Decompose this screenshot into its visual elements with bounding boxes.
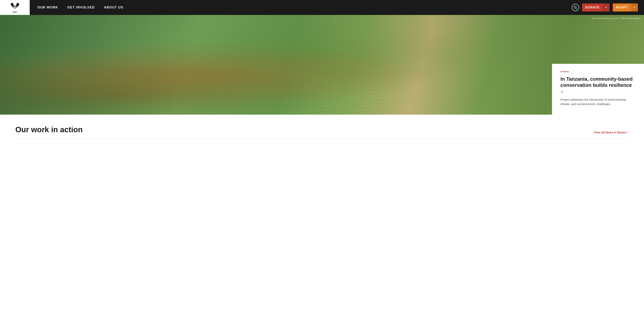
view-all-arrow: › bbox=[628, 130, 629, 134]
hero-card: In Tanzania, community-based conservatio… bbox=[552, 64, 644, 115]
plant-texture bbox=[0, 15, 386, 114]
nav-item-get-involved[interactable]: GET INVOLVED bbox=[67, 6, 95, 10]
svg-point-8 bbox=[16, 6, 16, 6]
lower-section: Our work in action View All News & Stori… bbox=[0, 114, 644, 146]
lower-header: Our work in action View All News & Stori… bbox=[15, 125, 629, 139]
svg-point-7 bbox=[13, 6, 14, 6]
card-accent-bar bbox=[560, 72, 569, 72]
svg-line-12 bbox=[576, 8, 577, 9]
adopt-label: ADOPT bbox=[613, 6, 631, 9]
view-all-label: View All News & Stories bbox=[594, 131, 626, 134]
logo-container[interactable]: WWF bbox=[0, 0, 30, 15]
wwf-logo: WWF bbox=[6, 1, 24, 14]
adopt-button[interactable]: ADOPT + bbox=[613, 4, 638, 12]
search-icon bbox=[574, 6, 577, 9]
view-all-stories-link[interactable]: View All News & Stories › bbox=[594, 130, 629, 134]
adopt-plus: + bbox=[631, 4, 638, 12]
hero-card-description: Project addresses the intersection of en… bbox=[560, 98, 636, 106]
hero-card-title[interactable]: In Tanzania, community-based conservatio… bbox=[560, 76, 636, 95]
navbar-right: DONATE + ADOPT + bbox=[572, 0, 644, 15]
nav-item-about-us[interactable]: ABOUT US bbox=[104, 6, 124, 10]
hero-section: True Vision Production Ltd. / CARE-WWF A… bbox=[0, 15, 644, 114]
headline-arrow: › bbox=[561, 88, 563, 94]
search-button[interactable] bbox=[572, 4, 579, 11]
nav-item-our-work[interactable]: OUR WORK bbox=[38, 6, 58, 10]
donate-plus: + bbox=[603, 4, 610, 12]
nav-links: OUR WORK GET INVOLVED ABOUT US bbox=[30, 0, 572, 15]
svg-text:WWF: WWF bbox=[12, 11, 17, 13]
section-title: Our work in action bbox=[15, 125, 82, 134]
svg-point-9 bbox=[14, 8, 16, 8]
donate-label: DONATE bbox=[582, 6, 602, 9]
donate-button[interactable]: DONATE + bbox=[582, 4, 610, 12]
navbar: WWF OUR WORK GET INVOLVED ABOUT US DONAT… bbox=[0, 0, 644, 15]
photo-credit: True Vision Production Ltd. / CARE-WWF A… bbox=[592, 17, 641, 20]
